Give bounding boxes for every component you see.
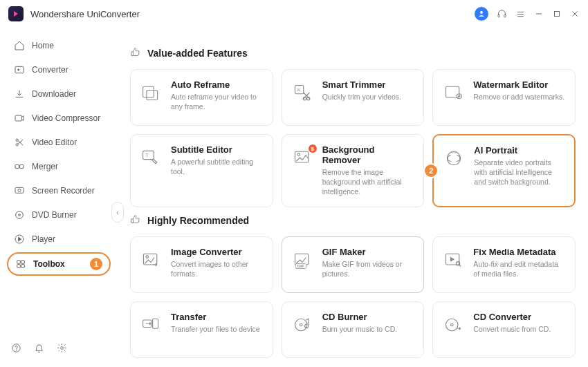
card-desc: Remove the image background with artific…: [322, 167, 414, 197]
image-converter-icon: [140, 250, 161, 270]
card-auto-reframe[interactable]: Auto ReframeAuto reframe your video to a…: [130, 69, 273, 126]
close-button[interactable]: [570, 9, 580, 19]
settings-icon[interactable]: [57, 343, 67, 353]
sidebar-item-label: Screen Recorder: [32, 186, 95, 196]
svg-point-51: [300, 323, 302, 326]
sidebar-collapse-handle[interactable]: ‹: [111, 202, 124, 223]
bell-icon[interactable]: [34, 343, 44, 353]
card-title: Fix Media Metadata: [473, 247, 565, 257]
player-icon: [14, 234, 25, 245]
help-icon[interactable]: [11, 343, 21, 353]
sidebar-footer: [0, 336, 118, 360]
sidebar-item-label: Toolbox: [33, 259, 65, 269]
menu-icon[interactable]: [515, 9, 526, 19]
watermark-icon: [443, 82, 463, 103]
transfer-icon: [140, 314, 161, 335]
card-desc: Remove or add watermarks.: [473, 92, 564, 102]
subtitle-icon: T: [140, 147, 161, 168]
svg-rect-28: [143, 86, 154, 97]
card-title: Auto Reframe: [171, 79, 263, 90]
card-desc: Convert music from CD.: [473, 324, 551, 334]
svg-rect-16: [15, 187, 24, 193]
thumb-up-icon: [130, 214, 140, 227]
svg-text:T: T: [145, 153, 149, 158]
sidebar-item-label: Player: [32, 234, 55, 244]
card-cd-converter[interactable]: CD ConverterConvert music from CD.: [432, 301, 576, 358]
svg-rect-14: [15, 164, 19, 168]
sidebar-item-converter[interactable]: Converter: [7, 59, 111, 81]
card-desc: Convert images to other formats.: [171, 259, 263, 279]
section-title: Value-added Features: [147, 48, 248, 59]
thumb-up-icon: [130, 47, 140, 59]
card-title: Smart Trimmer: [322, 79, 401, 90]
svg-point-17: [18, 189, 21, 191]
sidebar-item-video-editor[interactable]: Video Editor: [7, 131, 111, 153]
bg-remover-icon: $: [292, 147, 313, 168]
download-icon: [14, 88, 25, 100]
grid-recommended: Image ConverterConvert images to other f…: [130, 236, 576, 358]
card-desc: Burn your music to CD.: [322, 324, 398, 334]
card-ai-portrait[interactable]: 2 AI PortraitSeparate video portraits wi…: [432, 134, 576, 207]
svg-rect-21: [17, 261, 21, 264]
card-smart-trimmer[interactable]: AI Smart TrimmerQuickly trim your videos…: [282, 69, 425, 126]
sidebar-item-label: Merger: [32, 162, 58, 171]
titlebar: Wondershare UniConverter: [0, 0, 588, 28]
user-avatar[interactable]: [475, 7, 488, 21]
sidebar-item-label: Downloader: [32, 89, 76, 99]
card-gif-maker[interactable]: GIF GIF MakerMake GIF from videos or pic…: [282, 236, 425, 293]
card-desc: Separate video portraits with artificial…: [474, 158, 564, 187]
svg-point-53: [451, 323, 454, 326]
sidebar-item-dvd-burner[interactable]: DVD Burner: [7, 204, 111, 226]
app-logo: [8, 6, 24, 21]
card-title: Subtitle Editor: [171, 144, 263, 155]
sidebar-item-downloader[interactable]: Downloader: [7, 83, 111, 105]
card-background-remover[interactable]: $ Background RemoverRemove the image bac…: [282, 134, 425, 207]
card-desc: Transfer your files to device: [171, 324, 260, 334]
svg-rect-1: [498, 15, 500, 17]
step-badge: 2: [423, 163, 439, 178]
minimize-button[interactable]: [534, 9, 544, 19]
card-watermark-editor[interactable]: Watermark EditorRemove or add watermarks…: [432, 69, 576, 126]
card-title: Background Remover: [322, 144, 414, 165]
svg-rect-49: [153, 319, 158, 328]
titlebar-right: [475, 7, 580, 21]
svg-rect-11: [15, 115, 21, 121]
app-title: Wondershare UniConverter: [30, 9, 140, 19]
card-cd-burner[interactable]: CD BurnerBurn your music to CD.: [282, 301, 425, 358]
scissors-icon: [14, 137, 25, 148]
grid-value-added: Auto ReframeAuto reframe your video to a…: [130, 69, 576, 207]
home-icon: [14, 40, 25, 51]
sidebar-item-player[interactable]: Player: [7, 228, 111, 250]
card-desc: A powerful subtitle editing tool.: [171, 157, 263, 176]
price-badge: $: [309, 144, 317, 153]
section-header-value-added: Value-added Features: [130, 47, 576, 59]
auto-reframe-icon: [140, 82, 161, 103]
card-desc: Quickly trim your videos.: [322, 92, 401, 102]
sidebar-item-screen-recorder[interactable]: Screen Recorder: [7, 180, 111, 202]
card-transfer[interactable]: TransferTransfer your files to device: [130, 301, 273, 358]
dvd-icon: [14, 209, 25, 220]
card-title: CD Burner: [322, 312, 398, 322]
section-title: Highly Recommended: [147, 215, 249, 226]
svg-rect-2: [504, 15, 506, 17]
sidebar-item-label: Converter: [32, 65, 68, 75]
sidebar-item-toolbox[interactable]: Toolbox 1: [7, 252, 111, 276]
sidebar-item-merger[interactable]: Merger: [7, 156, 111, 178]
card-subtitle-editor[interactable]: T Subtitle EditorA powerful subtitle edi…: [130, 134, 273, 207]
maximize-button[interactable]: [552, 9, 562, 19]
svg-rect-29: [147, 91, 158, 100]
support-icon[interactable]: [497, 9, 507, 19]
svg-point-44: [146, 255, 149, 258]
sidebar-item-home[interactable]: Home: [7, 35, 111, 57]
card-image-converter[interactable]: Image ConverterConvert images to other f…: [130, 236, 273, 293]
card-fix-media-metadata[interactable]: Fix Media MetadataAuto-fix and edit meta…: [432, 236, 576, 293]
svg-point-42: [448, 151, 461, 164]
compressor-icon: [14, 113, 25, 124]
gif-maker-icon: GIF: [292, 250, 313, 270]
sidebar-item-video-compressor[interactable]: Video Compressor: [7, 107, 111, 129]
merger-icon: [14, 161, 25, 172]
svg-text:AI: AI: [297, 88, 300, 92]
svg-rect-22: [21, 261, 25, 264]
svg-point-52: [446, 319, 459, 331]
app-window: Wondershare UniConverter: [0, 0, 588, 367]
